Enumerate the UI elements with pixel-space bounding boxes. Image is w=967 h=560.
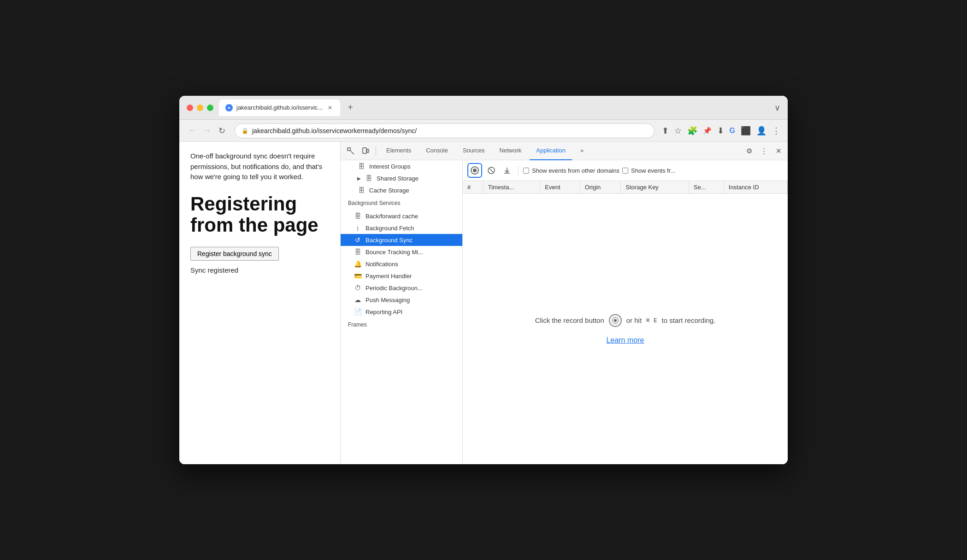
window-controls[interactable]: ∨ bbox=[774, 103, 780, 113]
sync-status-text: Sync registered bbox=[190, 266, 329, 274]
reporting-api-icon: 📄 bbox=[354, 308, 362, 315]
share-icon[interactable]: ⬆ bbox=[662, 126, 669, 136]
notifications-icon: 🔔 bbox=[354, 260, 362, 268]
hint-prefix-text: Click the record button bbox=[535, 316, 604, 324]
browser-toolbar-icons: ⬆ ☆ 🧩 📌 ⬇ G ⬛ 👤 ⋮ bbox=[662, 126, 780, 136]
sidebar-item-cache-storage[interactable]: 🗄 Cache Storage bbox=[341, 184, 462, 196]
tab-more[interactable]: » bbox=[574, 142, 590, 160]
maximize-traffic-light[interactable] bbox=[207, 105, 213, 111]
tab-console[interactable]: Console bbox=[419, 142, 454, 160]
back-button[interactable]: ← bbox=[187, 126, 198, 135]
sidebar-item-background-sync[interactable]: ↺ Background Sync bbox=[341, 234, 462, 246]
refresh-button[interactable]: ↻ bbox=[216, 126, 227, 136]
svg-line-5 bbox=[489, 169, 493, 172]
background-sync-icon: ↺ bbox=[354, 236, 362, 244]
clear-button[interactable] bbox=[485, 164, 498, 177]
sidebar-item-background-fetch[interactable]: ↕ Background Fetch bbox=[341, 222, 462, 234]
col-timestamp: Timesta... bbox=[483, 181, 540, 194]
show-events-checkbox[interactable] bbox=[622, 168, 628, 174]
record-button[interactable] bbox=[467, 163, 482, 178]
new-tab-button[interactable]: + bbox=[344, 101, 357, 114]
show-other-domains-label: Show events from other domains bbox=[532, 167, 619, 174]
browser-window: ● jakearchibald.github.io/isservic... ✕ … bbox=[179, 96, 788, 464]
sidebar-item-payment-handler[interactable]: 💳 Payment Handler bbox=[341, 270, 462, 282]
extensions-icon[interactable]: 🧩 bbox=[687, 126, 697, 136]
devtools-main-panel: Show events from other domains Show even… bbox=[463, 160, 788, 464]
background-sync-table: # Timesta... Event Origin Storage Key Se… bbox=[463, 181, 788, 194]
tab-network[interactable]: Network bbox=[493, 142, 528, 160]
download-icon[interactable]: ⬇ bbox=[717, 126, 724, 136]
svg-rect-2 bbox=[363, 148, 366, 153]
record-hint-text: Click the record button or hit ⌘ E to st… bbox=[535, 314, 716, 327]
record-button-inner bbox=[471, 166, 479, 175]
background-sync-toolbar: Show events from other domains Show even… bbox=[463, 160, 788, 181]
sidebar-icon[interactable]: ⬛ bbox=[741, 126, 751, 136]
tab-application[interactable]: Application bbox=[530, 142, 572, 160]
learn-more-link[interactable]: Learn more bbox=[607, 336, 644, 344]
sidebar-item-periodic-background[interactable]: ⏱ Periodic Backgroun... bbox=[341, 282, 462, 294]
sidebar-item-bounce-tracking[interactable]: 🗄 Bounce Tracking Mi... bbox=[341, 246, 462, 258]
col-number: # bbox=[463, 181, 483, 194]
minimize-traffic-light[interactable] bbox=[197, 105, 203, 111]
inspect-element-icon[interactable] bbox=[344, 145, 357, 158]
sidebar-item-reporting-api[interactable]: 📄 Reporting API bbox=[341, 306, 462, 318]
devtools-more-icon[interactable]: ⋮ bbox=[758, 146, 769, 157]
col-event: Event bbox=[540, 181, 580, 194]
sidebar-item-push-messaging[interactable]: ☁ Push Messaging bbox=[341, 294, 462, 306]
webpage-panel: One-off background sync doesn't require … bbox=[179, 142, 341, 464]
intro-text: One-off background sync doesn't require … bbox=[190, 151, 329, 182]
pin-icon[interactable]: 📌 bbox=[703, 127, 712, 135]
col-storage-key: Storage Key bbox=[621, 181, 689, 194]
backforward-cache-icon: 🗄 bbox=[354, 212, 362, 220]
show-other-domains-checkbox[interactable] bbox=[523, 168, 529, 174]
bookmark-icon[interactable]: ☆ bbox=[674, 126, 682, 136]
mini-record-icon bbox=[609, 314, 622, 327]
traffic-lights bbox=[187, 105, 213, 111]
shortcut-text: ⌘ E bbox=[646, 317, 657, 324]
forward-button[interactable]: → bbox=[201, 126, 212, 135]
url-text: jakearchibald.github.io/isserviceworkerr… bbox=[252, 127, 648, 134]
lock-icon: 🔒 bbox=[242, 128, 248, 134]
menu-icon[interactable]: ⋮ bbox=[772, 126, 780, 136]
url-bar[interactable]: 🔒 jakearchibald.github.io/isserviceworke… bbox=[235, 123, 654, 138]
show-other-domains-checkbox-group: Show events from other domains bbox=[523, 167, 619, 174]
devtools-close-icon[interactable]: ✕ bbox=[773, 146, 784, 157]
google-icon[interactable]: G bbox=[730, 127, 735, 135]
col-se: Se... bbox=[689, 181, 724, 194]
hint-suffix-text: or hit bbox=[626, 316, 642, 324]
sidebar-item-shared-storage[interactable]: ▶ 🗄 Shared Storage bbox=[341, 172, 462, 184]
main-content: One-off background sync doesn't require … bbox=[179, 142, 788, 464]
bounce-tracking-icon: 🗄 bbox=[354, 248, 362, 256]
payment-handler-icon: 💳 bbox=[354, 272, 362, 280]
tab-close-icon[interactable]: ✕ bbox=[326, 104, 334, 111]
active-tab[interactable]: ● jakearchibald.github.io/isservic... ✕ bbox=[219, 99, 340, 116]
devtools-settings-icon[interactable]: ⚙ bbox=[743, 146, 755, 157]
empty-state-panel: Click the record button or hit ⌘ E to st… bbox=[463, 194, 788, 464]
frames-header: Frames bbox=[341, 318, 462, 332]
cache-storage-icon: 🗄 bbox=[357, 187, 366, 194]
register-background-sync-button[interactable]: Register background sync bbox=[190, 247, 279, 261]
sidebar-item-backforward-cache[interactable]: 🗄 Back/forward cache bbox=[341, 210, 462, 222]
address-bar: ← → ↻ 🔒 jakearchibald.github.io/isservic… bbox=[179, 120, 788, 142]
mini-record-inner bbox=[612, 317, 619, 324]
close-traffic-light[interactable] bbox=[187, 105, 193, 111]
tab-sources[interactable]: Sources bbox=[456, 142, 491, 160]
record-dot bbox=[473, 169, 477, 172]
sidebar-item-notifications[interactable]: 🔔 Notifications bbox=[341, 258, 462, 270]
show-events-checkbox-group: Show events fr... bbox=[622, 167, 675, 174]
title-bar: ● jakearchibald.github.io/isservic... ✕ … bbox=[179, 96, 788, 120]
background-services-header: Background Services bbox=[341, 196, 462, 210]
periodic-background-icon: ⏱ bbox=[354, 284, 362, 292]
tab-elements[interactable]: Elements bbox=[380, 142, 418, 160]
devtools-body: 🗄 Interest Groups ▶ 🗄 Shared Storage 🗄 C… bbox=[341, 160, 788, 464]
show-events-label: Show events fr... bbox=[631, 167, 675, 174]
device-toggle-icon[interactable] bbox=[359, 145, 372, 158]
nav-buttons: ← → ↻ bbox=[187, 126, 227, 136]
page-heading: Registering from the page bbox=[190, 193, 329, 236]
download-events-button[interactable] bbox=[501, 164, 513, 177]
profile-icon[interactable]: 👤 bbox=[756, 126, 767, 136]
sidebar-item-interest-groups[interactable]: 🗄 Interest Groups bbox=[341, 160, 462, 172]
mini-record-dot bbox=[614, 319, 617, 322]
interest-groups-icon: 🗄 bbox=[357, 163, 366, 170]
devtools-panel: Elements Console Sources Network Applica… bbox=[341, 142, 788, 464]
